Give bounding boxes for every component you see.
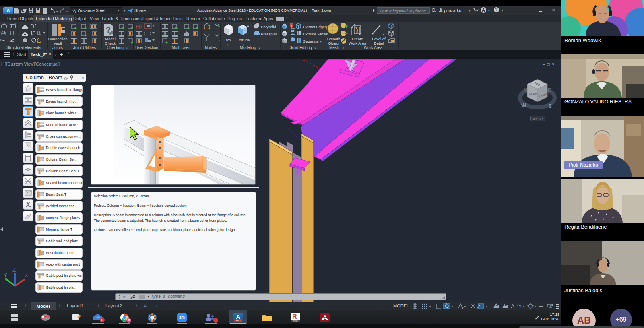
svg-text:Y: Y — [4, 272, 7, 278]
svg-text:X: X — [25, 272, 28, 278]
svg-text:Z: Z — [12, 266, 16, 273]
svg-text:W: W — [521, 101, 527, 109]
svg-text:1:1: 1:1 — [517, 304, 522, 308]
svg-text:N: N — [524, 87, 527, 93]
